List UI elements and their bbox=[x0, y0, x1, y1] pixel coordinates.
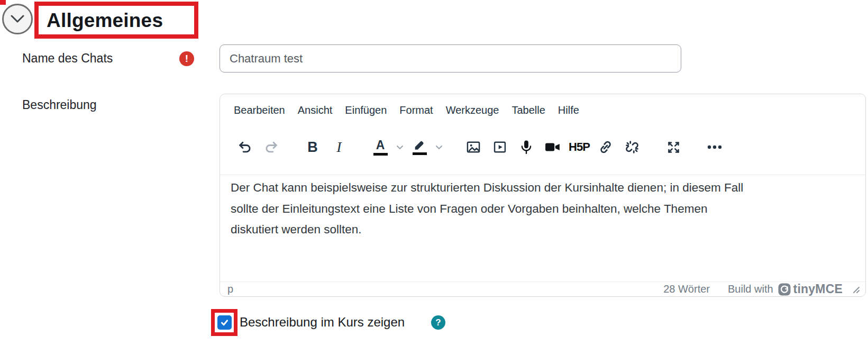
redo-button[interactable] bbox=[258, 135, 285, 159]
checkmark-icon bbox=[220, 318, 229, 327]
menu-format[interactable]: Format bbox=[393, 102, 439, 119]
editor-text-line: sollte der Einleitungstext eine Liste vo… bbox=[231, 198, 855, 220]
more-toolbar-button[interactable] bbox=[701, 135, 728, 159]
chevron-down-icon bbox=[11, 15, 24, 23]
highlighter-icon bbox=[413, 139, 427, 155]
name-field-label: Name des Chats bbox=[22, 51, 113, 66]
required-icon: ! bbox=[179, 51, 194, 66]
undo-icon bbox=[237, 140, 253, 155]
fullscreen-icon bbox=[666, 140, 681, 155]
menu-view[interactable]: Ansicht bbox=[291, 102, 339, 119]
fullscreen-button[interactable] bbox=[660, 135, 687, 159]
more-ellipsis-icon bbox=[707, 145, 722, 149]
video-camera-icon bbox=[545, 141, 561, 153]
menu-insert[interactable]: Einfügen bbox=[339, 102, 393, 119]
tinymce-logo-icon bbox=[778, 283, 791, 296]
annotation-corner-fragment bbox=[0, 0, 6, 5]
h5p-icon: H5P bbox=[569, 140, 590, 154]
description-field-label: Beschreibung bbox=[22, 98, 97, 112]
record-video-button[interactable] bbox=[540, 135, 566, 159]
chevron-down-icon bbox=[435, 145, 443, 150]
text-color-menu-button[interactable] bbox=[394, 135, 406, 159]
chevron-down-icon bbox=[396, 145, 404, 150]
editor-text-line: Der Chat kann beispielsweise zur struktu… bbox=[231, 177, 855, 198]
show-description-checkbox[interactable] bbox=[217, 315, 232, 330]
brand-name-text: tinyMCE bbox=[793, 282, 843, 296]
italic-icon: I bbox=[336, 139, 341, 156]
editor-content-area[interactable]: Der Chat kann beispielsweise zur struktu… bbox=[220, 175, 865, 282]
redo-icon bbox=[263, 140, 279, 155]
h5p-button[interactable]: H5P bbox=[566, 135, 592, 159]
section-collapse-toggle[interactable] bbox=[2, 4, 33, 34]
image-icon bbox=[466, 140, 481, 155]
highlight-color-menu-button[interactable] bbox=[433, 135, 445, 159]
menu-help[interactable]: Hilfe bbox=[552, 102, 586, 119]
brand-prefix-text: Build with bbox=[728, 283, 773, 295]
help-icon[interactable]: ? bbox=[431, 315, 445, 330]
editor-menubar: Bearbeiten Ansicht Einfügen Format Werkz… bbox=[220, 94, 865, 120]
highlight-color-button[interactable] bbox=[406, 135, 433, 159]
media-icon bbox=[492, 140, 507, 155]
insert-image-button[interactable] bbox=[460, 135, 487, 159]
italic-button[interactable]: I bbox=[326, 135, 352, 159]
menu-edit[interactable]: Bearbeiten bbox=[227, 102, 291, 119]
annotation-box-checkbox bbox=[211, 309, 237, 336]
bold-icon: B bbox=[307, 139, 318, 156]
menu-table[interactable]: Tabelle bbox=[505, 102, 551, 119]
unlink-icon bbox=[625, 140, 639, 155]
editor-toolbar: B I A bbox=[220, 120, 865, 175]
editor-text-line: diskutiert werden sollten. bbox=[231, 219, 855, 240]
text-color-icon: A bbox=[373, 139, 388, 156]
microphone-icon bbox=[519, 139, 533, 155]
editor-resize-handle[interactable] bbox=[851, 285, 860, 294]
undo-button[interactable] bbox=[232, 135, 258, 159]
editor-statusbar: p 28 Wörter Build with tinyMCE bbox=[220, 282, 865, 296]
unlink-button[interactable] bbox=[619, 135, 645, 159]
insert-media-button[interactable] bbox=[487, 135, 513, 159]
link-icon bbox=[598, 140, 613, 155]
text-color-button[interactable]: A bbox=[367, 135, 394, 159]
insert-link-button[interactable] bbox=[592, 135, 619, 159]
bold-button[interactable]: B bbox=[299, 135, 326, 159]
tinymce-brand-link[interactable]: Build with tinyMCE bbox=[728, 282, 843, 296]
record-audio-button[interactable] bbox=[513, 135, 540, 159]
menu-tools[interactable]: Werkzeuge bbox=[440, 102, 506, 119]
section-title[interactable]: Allgemeines bbox=[47, 10, 163, 32]
word-count[interactable]: 28 Wörter bbox=[663, 283, 710, 295]
element-path[interactable]: p bbox=[227, 283, 233, 295]
name-input[interactable] bbox=[220, 44, 681, 72]
tinymce-editor: Bearbeiten Ansicht Einfügen Format Werkz… bbox=[220, 94, 866, 297]
moodle-chat-settings-form: Allgemeines Name des Chats ! Beschreibun… bbox=[0, 0, 868, 345]
show-description-label[interactable]: Beschreibung im Kurs zeigen bbox=[240, 315, 405, 330]
